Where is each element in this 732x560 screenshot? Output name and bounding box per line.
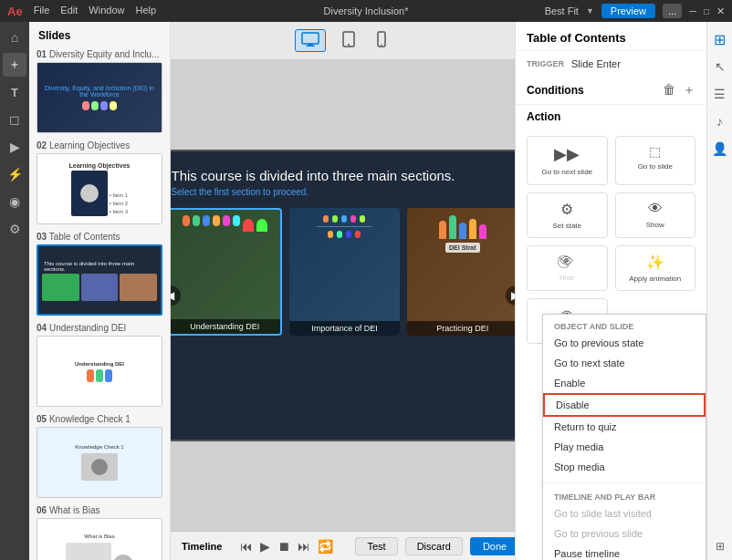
dropdown-item-go-prev-state[interactable]: Go to previous state bbox=[543, 333, 706, 353]
image-label-3: Practicing DEI bbox=[407, 321, 515, 336]
slides-panel: Slides 01 Diversity Equity and Inclu... … bbox=[29, 22, 171, 560]
svg-rect-2 bbox=[306, 46, 315, 47]
timeline-controls[interactable]: ⏮ ▶ ⏹ ⏭ 🔁 bbox=[240, 539, 333, 554]
slide-label-6: 06 What is Bias bbox=[37, 505, 162, 515]
properties-icon[interactable]: ⊞ bbox=[710, 29, 730, 49]
chevron-down-icon[interactable]: ▼ bbox=[586, 6, 594, 16]
set-state-label: Set state bbox=[552, 222, 581, 230]
slide-thumb-4[interactable]: Understanding DEI bbox=[37, 336, 162, 407]
slide-thumb-6[interactable]: What is Bias bbox=[37, 518, 162, 560]
shapes-icon[interactable]: ◻ bbox=[3, 108, 26, 131]
dropdown-item-disable[interactable]: Disable bbox=[543, 393, 706, 417]
interactions-icon[interactable]: ⚡ bbox=[3, 162, 26, 186]
go-next-icon: ▶▶ bbox=[554, 144, 580, 164]
slide-item-6[interactable]: 06 What is Bias What is Bias bbox=[29, 502, 170, 560]
slide-main-content[interactable]: This course is divided into three main s… bbox=[171, 150, 515, 441]
phone-button[interactable] bbox=[371, 29, 392, 52]
dropdown-item-play-media[interactable]: Play media bbox=[543, 437, 706, 457]
conditions-row: Conditions 🗑 ＋ bbox=[516, 77, 706, 105]
svg-rect-0 bbox=[302, 33, 319, 44]
go-slide-label: Go to slide bbox=[638, 162, 673, 171]
image-label-2: Importance of DEI bbox=[289, 321, 400, 336]
go-slide-icon: ⬚ bbox=[649, 144, 661, 159]
person-icon[interactable]: 👤 bbox=[710, 139, 730, 159]
slide-label-5: 05 Knowledge Check 1 bbox=[37, 414, 162, 424]
text-icon[interactable]: T bbox=[3, 80, 26, 104]
expand-icon[interactable]: ⊞ bbox=[710, 536, 730, 556]
menu-edit[interactable]: Edit bbox=[60, 5, 78, 18]
timeline-bar: Timeline ⏮ ▶ ⏹ ⏭ 🔁 Test Discard Done bbox=[171, 531, 515, 560]
apply-animation-label: Apply animation bbox=[629, 275, 681, 284]
slide-thumb-3[interactable]: This course is divided into three main s… bbox=[37, 244, 162, 316]
desktop-button[interactable] bbox=[295, 29, 326, 52]
settings-icon[interactable]: ⚙ bbox=[3, 217, 26, 241]
slide-image-1[interactable]: Understanding DEI bbox=[171, 208, 282, 336]
dropdown-item-go-prev-slide[interactable]: Go to previous slide bbox=[543, 524, 706, 544]
discard-button[interactable]: Discard bbox=[405, 537, 463, 555]
menu-bar[interactable]: Ae File Edit Window Help bbox=[7, 5, 156, 18]
timeline-action-buttons[interactable]: Test Discard Done bbox=[355, 537, 515, 555]
layers-icon[interactable]: ☰ bbox=[710, 84, 730, 104]
slide-item-5[interactable]: 05 Knowledge Check 1 Knowledge Check 1 bbox=[29, 410, 170, 502]
tablet-button[interactable] bbox=[337, 29, 361, 52]
apply-animation-button[interactable]: ✨ Apply animation bbox=[615, 245, 696, 292]
test-button[interactable]: Test bbox=[355, 537, 397, 555]
add-icon[interactable]: ＋ bbox=[3, 53, 26, 77]
cursor-icon[interactable]: ↖ bbox=[710, 57, 730, 77]
go-to-next-slide-button[interactable]: ▶▶ Go to next slide bbox=[527, 136, 608, 185]
slide-image-3[interactable]: DEI Strat Practicing DEI bbox=[407, 208, 515, 336]
slide-thumb-2[interactable]: Learning Objectives • Item 1 • Item 2 • … bbox=[37, 153, 162, 224]
timeline-skip-back[interactable]: ⏮ bbox=[240, 539, 253, 554]
dropdown-item-return-to-quiz[interactable]: Return to quiz bbox=[543, 417, 706, 437]
timeline-stop[interactable]: ⏹ bbox=[277, 539, 290, 554]
slide-thumb-5[interactable]: Knowledge Check 1 bbox=[37, 427, 162, 498]
conditions-icons[interactable]: 🗑 ＋ bbox=[663, 82, 695, 99]
slide-item-3[interactable]: 03 Table of Contents This course is divi… bbox=[29, 228, 170, 319]
set-state-icon: ⚙ bbox=[560, 201, 573, 218]
slide-label-4: 04 Understanding DEI bbox=[37, 323, 162, 333]
device-toolbar[interactable] bbox=[171, 22, 515, 60]
maximize-button[interactable]: □ bbox=[704, 6, 709, 16]
media-icon[interactable]: ▶ bbox=[3, 135, 26, 159]
dropdown-item-pause-timeline[interactable]: Pause timeline bbox=[543, 544, 706, 560]
done-button[interactable]: Done bbox=[470, 537, 515, 555]
timeline-loop[interactable]: 🔁 bbox=[318, 539, 333, 554]
dropdown-section-title-2: TIMELINE AND PLAY BAR bbox=[543, 489, 706, 503]
add-condition-icon[interactable]: ＋ bbox=[683, 82, 695, 99]
menu-help[interactable]: Help bbox=[135, 5, 156, 18]
slide-item-4[interactable]: 04 Understanding DEI Understanding DEI bbox=[29, 319, 170, 410]
menu-file[interactable]: File bbox=[34, 5, 50, 18]
timeline-skip-forward[interactable]: ⏭ bbox=[298, 539, 310, 554]
dropdown-item-go-next-state[interactable]: Go to next state bbox=[543, 353, 706, 373]
music-icon[interactable]: ♪ bbox=[710, 111, 730, 131]
menu-window[interactable]: Window bbox=[89, 5, 124, 18]
slide-thumb-1[interactable]: Diversity, Equity, and Inclusion (DEI) i… bbox=[37, 62, 162, 133]
hide-button[interactable]: 👁⃠ Hide bbox=[527, 245, 608, 292]
slide-item-1[interactable]: 01 Diversity Equity and Inclu... Diversi… bbox=[29, 46, 170, 137]
delete-condition-icon[interactable]: 🗑 bbox=[663, 82, 675, 99]
dropdown-item-enable[interactable]: Enable bbox=[543, 373, 706, 393]
title-bar-right[interactable]: Best Fit ▼ Preview ... ─ □ ✕ bbox=[545, 4, 725, 18]
states-icon[interactable]: ◉ bbox=[3, 190, 26, 213]
minimize-button[interactable]: ─ bbox=[689, 5, 696, 16]
dropdown-section-title-1: OBJECT AND SLIDE bbox=[543, 318, 706, 333]
slide-label-1: 01 Diversity Equity and Inclu... bbox=[37, 49, 162, 59]
dropdown-item-go-last-visited[interactable]: Go to slide last visited bbox=[543, 503, 706, 524]
set-state-button[interactable]: ⚙ Set state bbox=[527, 192, 608, 238]
more-options-button[interactable]: ... bbox=[663, 4, 682, 18]
view-mode[interactable]: Best Fit bbox=[545, 5, 579, 16]
show-button[interactable]: 👁 Show bbox=[615, 192, 696, 238]
hide-icon: 👁⃠ bbox=[559, 254, 574, 270]
home-icon[interactable]: ⌂ bbox=[3, 26, 26, 49]
slide-item-2[interactable]: 02 Learning Objectives Learning Objectiv… bbox=[29, 137, 170, 228]
close-button[interactable]: ✕ bbox=[716, 5, 725, 17]
timeline-play[interactable]: ▶ bbox=[260, 539, 270, 554]
go-to-slide-button[interactable]: ⬚ Go to slide bbox=[615, 136, 696, 185]
slide-images: Understanding DEI bbox=[171, 208, 515, 336]
preview-button[interactable]: Preview bbox=[601, 4, 655, 18]
apply-animation-icon: ✨ bbox=[646, 254, 664, 271]
slide-image-2[interactable]: Importance of DEI bbox=[289, 208, 400, 336]
dropdown-item-stop-media[interactable]: Stop media bbox=[543, 457, 706, 477]
title-bar: Ae File Edit Window Help Diversity Inclu… bbox=[0, 0, 732, 22]
far-right-toolbar: ⊞ ↖ ☰ ♪ 👤 ⊞ bbox=[706, 22, 732, 560]
